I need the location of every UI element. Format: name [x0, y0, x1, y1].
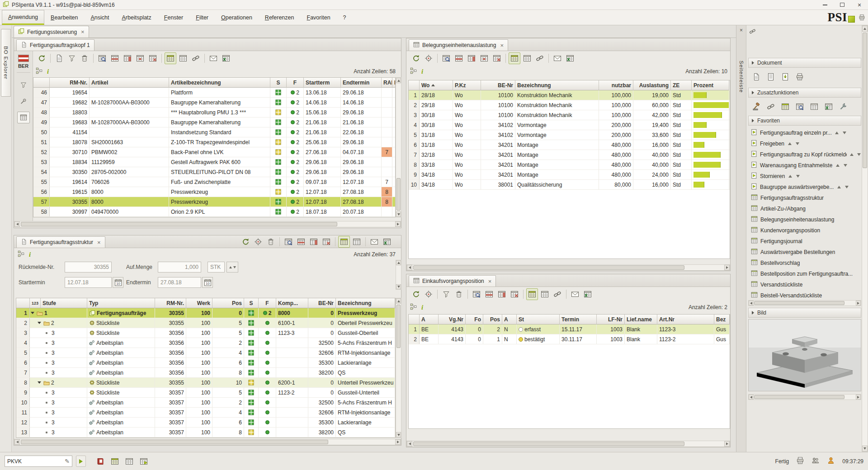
mail-icon[interactable] — [368, 236, 380, 248]
calendar-icon[interactable]: 10 — [202, 277, 213, 288]
user-icon[interactable] — [827, 456, 835, 466]
column-header-n[interactable] — [33, 78, 50, 88]
column-header-lief[interactable]: Lief.name — [625, 315, 657, 324]
link-icon[interactable] — [534, 52, 546, 64]
table-search-icon[interactable] — [96, 52, 108, 64]
table-row[interactable]: 5830997049470000Orion 2.9 KPL218.07.1820… — [33, 207, 395, 217]
unit-spinner[interactable] — [226, 262, 238, 273]
wrench-icon[interactable] — [837, 100, 849, 113]
column-header-wo[interactable]: Wo — [420, 80, 453, 90]
column-header-a[interactable]: A — [420, 315, 439, 324]
tab-fertigungsauftragskopf[interactable]: Fertigungsauftragskopf 1 — [16, 39, 94, 51]
document-new-icon[interactable] — [53, 52, 65, 64]
table-row[interactable]: 57303558000Presswerkzeug212.07.1827.08.1… — [33, 197, 395, 207]
table-mark-x-icon[interactable] — [147, 52, 159, 64]
structure-icon[interactable] — [410, 303, 417, 311]
link-icon[interactable] — [190, 52, 202, 64]
table-row[interactable]: 11Fertigungsaufträge303551000280000Press… — [16, 308, 395, 318]
favorite-item[interactable]: Bestellvorschlag — [748, 258, 861, 268]
excel-icon[interactable] — [822, 100, 835, 113]
column-header-fo[interactable]: Fo — [466, 315, 483, 324]
column-header-bez[interactable]: Bezeichnung — [515, 80, 599, 90]
column-header-pos[interactable]: Pos — [212, 298, 244, 308]
book-red-icon[interactable] — [94, 455, 107, 468]
mail-icon[interactable] — [569, 288, 581, 300]
table-row[interactable]: 123Arbeitsplan30357100635300Lackieranlag… — [16, 418, 395, 428]
table-search-icon[interactable] — [440, 52, 452, 64]
close-button[interactable]: × — [851, 0, 868, 9]
table-row[interactable]: 330/18Wo10100Konstruktion Mechanik100,00… — [409, 110, 730, 120]
column-header-benr[interactable]: BE-Nr — [481, 80, 515, 90]
table-mark-row-icon[interactable] — [483, 288, 495, 300]
print-icon[interactable] — [859, 10, 868, 25]
column-header-werk[interactable]: Werk — [186, 298, 212, 308]
refresh-icon[interactable] — [36, 52, 47, 64]
table-row[interactable]: 113Arbeitsplan30357100432606RTM-Injektio… — [16, 408, 395, 418]
column-header-s[interactable]: S — [270, 78, 287, 88]
horizontal-scrollbar[interactable] — [14, 439, 401, 445]
tab-belegungseinheitenauslastung[interactable]: Belegungseinheitenauslastung × — [409, 39, 508, 51]
column-header-s[interactable]: S — [244, 298, 259, 308]
scrollbar-thumb[interactable] — [863, 33, 867, 168]
move-down-icon[interactable] — [843, 162, 848, 169]
table-row[interactable]: 103Arbeitsplan303571002325005-Achs Fräsz… — [16, 398, 395, 408]
move-up-icon[interactable] — [849, 151, 854, 158]
table-row[interactable]: 833/18Wo34201Montage480,00040,000Std — [409, 160, 730, 170]
favorite-item[interactable]: Artikel-Zu-/Abgang — [748, 203, 861, 214]
menu-fenster[interactable]: Fenster — [158, 10, 189, 25]
table-mark-x-icon[interactable] — [509, 288, 520, 300]
close-tab-icon[interactable]: × — [488, 278, 492, 285]
table-row[interactable]: 43Arbeitsplan303561002325005-Achs Fräsze… — [16, 338, 395, 348]
column-header-lf[interactable]: LF-Nr — [597, 315, 625, 324]
mail-icon[interactable] — [552, 52, 563, 64]
column-header-p[interactable]: P — [392, 78, 396, 88]
section-zusatzfunktionen[interactable]: Zusatzfunktionen — [748, 88, 861, 98]
table-view-icon[interactable] — [177, 52, 189, 64]
menu-favoriten[interactable]: Favoriten — [300, 10, 336, 25]
table-row[interactable]: 73Arbeitsplan30356100838200QS — [16, 368, 395, 378]
scrollbar-thumb[interactable] — [413, 442, 684, 446]
table-row[interactable]: 63Arbeitsplan30356100635300Lackieranlage — [16, 358, 395, 368]
column-header-a2[interactable]: A — [502, 315, 517, 324]
scrollbar-thumb[interactable] — [21, 222, 337, 226]
table-mark-cell-icon[interactable] — [478, 52, 490, 64]
expander-icon[interactable] — [38, 322, 41, 324]
column-header-vg[interactable]: Vg.Nr — [439, 315, 466, 324]
menu-operationen[interactable]: Operationen — [215, 10, 259, 25]
document-new-icon[interactable] — [750, 70, 763, 83]
pin-side-icon[interactable] — [17, 95, 30, 107]
profile-combobox[interactable]: PKVK ✎ — [5, 456, 72, 467]
tab-einkaufsvorgangsposition[interactable]: Einkaufsvorgangsposition × — [409, 275, 496, 287]
column-header-komp[interactable]: Komp... — [276, 298, 308, 308]
edit-pencil-icon[interactable]: ✎ — [65, 458, 70, 465]
column-header-ausl[interactable]: Auslastung — [633, 80, 671, 90]
close-tab-icon[interactable]: × — [500, 42, 504, 49]
printer-icon[interactable] — [793, 70, 806, 83]
table-view-icon[interactable] — [351, 236, 363, 248]
filter-icon[interactable] — [66, 52, 78, 64]
column-header-artikel[interactable]: Artikel — [90, 78, 169, 88]
column-header-typ[interactable]: Typ — [87, 298, 155, 308]
scrollbar-thumb[interactable] — [396, 305, 401, 348]
section-bild[interactable]: Bild — [748, 308, 861, 318]
users-icon[interactable] — [811, 456, 820, 466]
printer-icon[interactable] — [796, 456, 804, 466]
table-run-icon[interactable] — [137, 455, 150, 468]
doc-list-icon[interactable] — [764, 70, 777, 83]
filter-side-icon[interactable] — [17, 79, 30, 91]
table-row[interactable]: 2BE414301Nbestätigt30.11.171003Blank1123… — [409, 334, 730, 344]
column-header-rm[interactable]: RM-Nr. — [50, 78, 90, 88]
table-row[interactable]: 531883411129959Gestell Auftragwerk PAK 6… — [33, 157, 395, 167]
column-header-st[interactable]: St — [517, 315, 560, 324]
table-row[interactable]: 430/18Wo34102Vormontage200,00019,400Std — [409, 120, 730, 130]
column-header-f[interactable]: F — [259, 298, 276, 308]
delete-icon[interactable] — [453, 288, 465, 300]
grid-side-icon[interactable] — [17, 112, 30, 123]
move-up-icon[interactable] — [788, 173, 793, 179]
column-header-n[interactable] — [409, 315, 420, 324]
column-header-nutz[interactable]: nutzbar — [599, 80, 633, 90]
column-header-n[interactable] — [409, 80, 420, 90]
table-search-icon[interactable] — [283, 236, 294, 248]
table-mark-col-icon[interactable] — [308, 236, 320, 248]
refresh-icon[interactable] — [240, 236, 251, 248]
